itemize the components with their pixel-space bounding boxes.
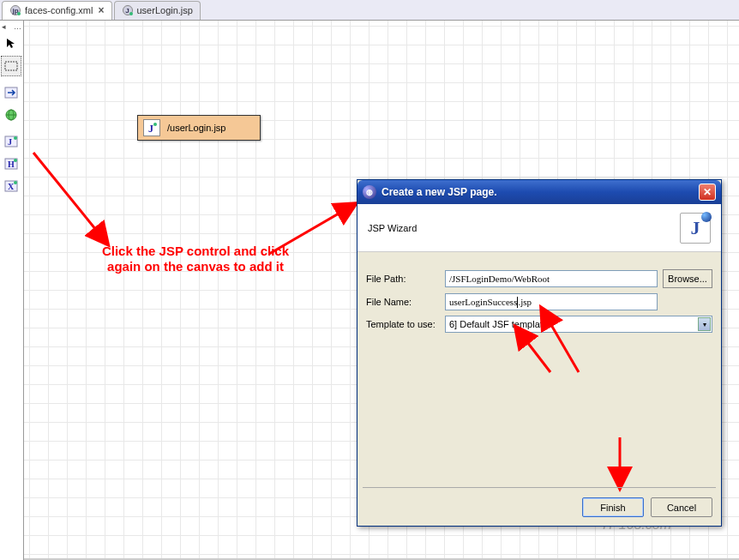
globe-tool[interactable] (1, 105, 21, 125)
dialog-footer: Finish Cancel (582, 497, 712, 517)
svg-line-16 (33, 153, 107, 244)
jsp-file-icon: J (122, 4, 134, 16)
tab-userlogin[interactable]: J userLogin.jsp (114, 1, 201, 20)
jsp-config-icon: jp (9, 4, 21, 16)
finish-button[interactable]: Finish (582, 497, 644, 517)
svg-point-7 (14, 136, 17, 140)
editor-tabs: jp faces-config.xml × J userLogin.jsp (0, 0, 739, 21)
palette-nav: ◂ … (0, 22, 23, 33)
jsp-tool[interactable]: J (1, 131, 21, 152)
jsp-page-node[interactable]: J /userLogin.jsp (137, 115, 261, 141)
svg-text:X: X (8, 182, 15, 191)
svg-rect-0 (5, 62, 17, 70)
arrow-icon (21, 141, 124, 261)
svg-text:H: H (8, 160, 15, 169)
node-label: /userLogin.jsp (167, 123, 226, 133)
svg-text:J: J (148, 123, 153, 134)
jsp-wizard-icon: J (680, 213, 711, 244)
eclipse-icon: ◍ (363, 185, 376, 199)
select-tool[interactable] (1, 33, 21, 54)
template-select[interactable]: 6] Default JSF template ▾ (445, 316, 712, 333)
template-label: Template to use: (366, 319, 445, 329)
file-name-label: File Name: (366, 297, 445, 307)
cancel-button[interactable]: Cancel (651, 497, 712, 517)
separator (363, 487, 716, 488)
close-button[interactable]: ✕ (699, 184, 716, 201)
tab-faces-config[interactable]: jp faces-config.xml × (2, 1, 112, 20)
dialog-body: File Path: Browse... File Name: userLogi… (357, 252, 721, 355)
tab-label: faces-config.xml (25, 5, 93, 15)
svg-point-13 (14, 181, 17, 184)
tab-label: userLogin.jsp (137, 5, 193, 15)
svg-text:J: J (8, 137, 12, 147)
file-path-input[interactable] (445, 270, 658, 287)
marquee-tool[interactable] (1, 56, 21, 76)
create-jsp-dialog: ◍ Create a new JSP page. ✕ JSP Wizard J … (357, 179, 722, 527)
xml-tool[interactable]: X (1, 176, 21, 196)
template-value: 6] Default JSF template (449, 319, 548, 329)
svg-point-10 (14, 159, 17, 162)
palette-toolbar: ◂ … J H X (0, 21, 24, 560)
annotation-text-1: Click the JSP control and click again on… (88, 244, 303, 274)
chevron-down-icon[interactable]: ▾ (698, 317, 711, 331)
html-tool[interactable]: H (1, 154, 21, 174)
svg-point-15 (153, 123, 157, 126)
jsp-node-icon: J (143, 119, 160, 136)
file-name-input[interactable]: userLoginSuccess.jsp (445, 293, 658, 310)
file-path-label: File Path: (366, 274, 445, 284)
link-tool[interactable] (1, 82, 21, 103)
chevron-left-icon[interactable]: ◂ (2, 22, 6, 33)
more-icon[interactable]: … (14, 22, 21, 33)
dialog-subtitle: JSP Wizard (368, 223, 417, 233)
dialog-header: JSP Wizard J (357, 204, 721, 252)
close-icon[interactable]: × (98, 4, 104, 16)
dialog-titlebar[interactable]: ◍ Create a new JSP page. ✕ (357, 180, 721, 204)
dialog-title: Create a new JSP page. (382, 186, 699, 198)
browse-button[interactable]: Browse... (663, 269, 712, 288)
